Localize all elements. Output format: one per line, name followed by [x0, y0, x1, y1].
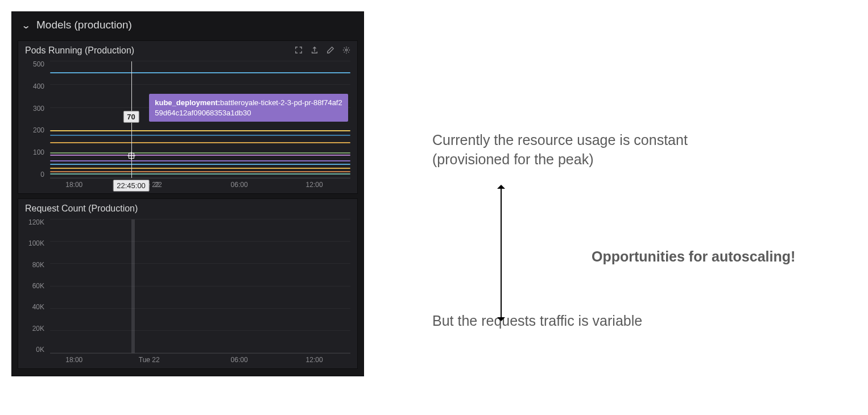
annotation-column: Currently the resource usage is constant… [364, 11, 857, 330]
series-line [50, 168, 350, 169]
panel-pods-running: Pods Running (Production) 50040030020010… [18, 40, 358, 194]
x-axis: 18:00Tue 2206:0012:00 [50, 355, 350, 366]
annotation-bottom: But the requests traffic is variable [432, 312, 840, 331]
edit-icon[interactable] [326, 46, 334, 56]
panel-header: Request Count (Production) [18, 199, 357, 216]
stacked-bars [50, 219, 350, 353]
series-line [50, 171, 350, 172]
x-axis: 18:00Tue 2206:0012:0022:45:0022 [50, 180, 350, 191]
series-line [50, 130, 350, 131]
fullscreen-icon[interactable] [295, 46, 303, 56]
annotation-bold: Opportunities for autoscaling! [592, 247, 795, 267]
panel-request-count: Request Count (Production) 120K100K80K60… [18, 198, 358, 369]
panel-header: Pods Running (Production) [18, 41, 357, 58]
annotation-top: Currently the resource usage is constant… [432, 131, 751, 169]
y-axis: 5004003002001000 [23, 60, 48, 179]
request-chart[interactable]: 120K100K80K60K40K20K0K 18:00Tue 2206:001… [23, 218, 353, 366]
plot-area[interactable] [50, 219, 350, 354]
series-line [50, 164, 350, 165]
series-line [50, 155, 350, 156]
series-tooltip: kube_deployment:battleroyale-ticket-2-3-… [149, 94, 348, 122]
panel-title: Request Count (Production) [25, 204, 138, 214]
series-line [50, 152, 350, 153]
double-arrow-icon [501, 188, 502, 318]
panel-actions [295, 46, 350, 56]
series-line [50, 160, 350, 161]
panel-title: Pods Running (Production) [25, 45, 134, 56]
chevron-down-icon: ⌄ [21, 20, 31, 31]
y-axis: 120K100K80K60K40K20K0K [23, 218, 48, 354]
hover-value-badge: 70 [123, 111, 139, 123]
series-line [50, 72, 350, 73]
dashboard-container: ⌄ Models (production) Pods Running (Prod… [11, 11, 364, 376]
svg-point-0 [345, 49, 348, 51]
series-line [50, 135, 350, 136]
section-header[interactable]: ⌄ Models (production) [14, 15, 361, 37]
share-icon[interactable] [311, 46, 319, 56]
series-line [50, 173, 350, 175]
gear-icon[interactable] [342, 46, 350, 56]
pods-chart[interactable]: 5004003002001000 70kube_deployment:battl… [23, 60, 353, 191]
hover-time-badge: 22:45:00 [113, 180, 150, 192]
plot-area[interactable]: 70kube_deployment:battleroyale-ticket-2-… [50, 61, 350, 179]
series-line [50, 142, 350, 143]
section-title: Models (production) [36, 19, 132, 31]
